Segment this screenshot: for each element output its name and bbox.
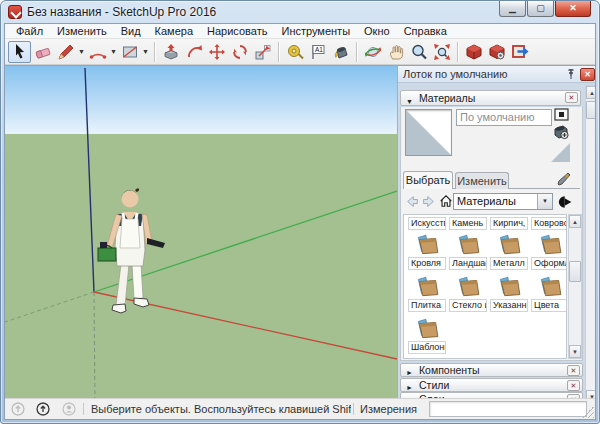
materials-close-button[interactable]: ✕ (565, 92, 578, 103)
status-message: Выберите объекты. Воспользуйтесь клавише… (91, 403, 351, 415)
secondary-pane-icon[interactable] (554, 108, 569, 121)
measurements-input[interactable] (429, 401, 587, 417)
shapes-tool-button[interactable] (118, 41, 141, 63)
folder-icon (455, 276, 481, 298)
styles-section-header[interactable]: ► Стили ✕ (400, 378, 583, 392)
category-roofing[interactable]: Кровля (408, 233, 446, 270)
menu-camera[interactable]: Камера (148, 24, 200, 38)
offset-tool-button[interactable] (182, 41, 205, 63)
material-name-field[interactable]: По умолчанию (456, 109, 552, 126)
tray-scrollbar[interactable]: ▲ ▼ (585, 85, 596, 404)
menu-file[interactable]: Файл (9, 24, 50, 38)
shapes-tool-dropdown[interactable]: ▼ (141, 41, 150, 63)
tab-select[interactable]: Выбрать (403, 171, 453, 189)
category-brick[interactable]: Кирпич, (490, 217, 528, 230)
tape-measure-icon (286, 43, 304, 61)
eyedropper-icon[interactable] (555, 172, 571, 188)
category-carpet[interactable]: Коврово (531, 217, 567, 230)
select-tool-button[interactable] (8, 41, 31, 63)
rotate-tool-button[interactable] (228, 41, 251, 63)
arcs-tool-dropdown[interactable]: ▼ (109, 41, 118, 63)
components-section-header[interactable]: ► Компоненты ✕ (400, 363, 583, 377)
move-tool-button[interactable] (205, 41, 228, 63)
minimize-button[interactable]: ▁ (499, 1, 526, 17)
orbit-tool-button[interactable] (361, 41, 384, 63)
materials-section-header[interactable]: ▼ Материалы ✕ (400, 90, 581, 106)
collapse-triangle-icon: ▼ (406, 95, 413, 109)
extension-warehouse-icon (488, 43, 506, 61)
menu-draw[interactable]: Нарисовать (200, 24, 274, 38)
resize-grip[interactable] (582, 406, 594, 418)
category-patterns[interactable]: Шаблоны (408, 317, 446, 354)
in-model-icon[interactable] (558, 194, 573, 210)
menu-help[interactable]: Справка (397, 24, 454, 38)
titlebar[interactable]: Без названия - SketchUp Pro 2016 ▁ ▢ ✕ (1, 1, 599, 23)
menu-edit[interactable]: Изменить (50, 24, 114, 38)
home-icon[interactable] (439, 194, 453, 208)
model-viewport[interactable] (5, 65, 397, 403)
arc-icon (89, 43, 107, 61)
text-tool-button[interactable]: A1 (306, 41, 329, 63)
send-to-layout-button[interactable] (508, 41, 531, 63)
pan-tool-button[interactable] (384, 41, 407, 63)
category-tile[interactable]: Плитка (408, 275, 446, 312)
scrollbar-thumb[interactable] (569, 261, 581, 282)
menu-window[interactable]: Окно (357, 24, 397, 38)
category-named-colors[interactable]: Указанн (490, 275, 528, 312)
materials-tabs: Выбрать Изменить (403, 171, 580, 189)
scale-tool-button[interactable] (251, 41, 274, 63)
category-trim[interactable]: Оформле (531, 233, 567, 270)
categories-scrollbar[interactable]: ▲ ▼ (568, 214, 582, 359)
eraser-tool-button[interactable] (31, 41, 54, 63)
category-metal[interactable]: Металл (490, 233, 528, 270)
category-colors[interactable]: Цвета (531, 275, 567, 312)
extension-warehouse-button[interactable] (485, 41, 508, 63)
menu-view[interactable]: Вид (114, 24, 148, 38)
tray-title[interactable]: Лоток по умолчанию ✕ (398, 66, 596, 83)
dropdown-arrow-icon[interactable]: ▼ (537, 194, 552, 209)
status-separator (83, 403, 84, 415)
folder-icon (414, 234, 440, 256)
category-landscaping[interactable]: Ландшаф (449, 233, 487, 270)
main-area: Лоток по умолчанию ✕ ▼ Материалы ✕ По ум… (5, 65, 595, 398)
arcs-tool-button[interactable] (86, 41, 109, 63)
tape-measure-tool-button[interactable] (283, 41, 306, 63)
maximize-button[interactable]: ▢ (527, 1, 554, 17)
3d-warehouse-button[interactable] (462, 41, 485, 63)
scroll-down-icon[interactable]: ▼ (569, 345, 581, 358)
create-material-icon[interactable] (552, 123, 570, 140)
paint-bucket-tool-button[interactable] (329, 41, 352, 63)
scroll-up-icon[interactable]: ▲ (569, 215, 581, 228)
zoom-tool-button[interactable] (407, 41, 430, 63)
signin-status-icon[interactable] (62, 402, 76, 416)
scroll-up-icon[interactable]: ▲ (586, 86, 596, 99)
styles-close-button[interactable]: ✕ (567, 380, 580, 391)
pin-icon[interactable] (565, 68, 577, 80)
category-stone[interactable]: Камень (449, 217, 487, 230)
category-glass[interactable]: Стекло и (449, 275, 487, 312)
geolocation-status-icon[interactable] (11, 402, 25, 416)
line-tool-button[interactable] (54, 41, 77, 63)
tray-close-button[interactable]: ✕ (580, 68, 595, 81)
close-button[interactable]: ✕ (555, 1, 591, 17)
push-pull-tool-button[interactable] (159, 41, 182, 63)
select-arrow-icon (11, 43, 29, 61)
3d-warehouse-icon (465, 43, 483, 61)
credit-status-icon[interactable] (36, 402, 50, 416)
line-tool-dropdown[interactable]: ▼ (77, 41, 86, 63)
back-arrow-icon[interactable] (406, 195, 419, 208)
window-title: Без названия - SketchUp Pro 2016 (27, 5, 216, 19)
menu-tools[interactable]: Инструменты (274, 24, 357, 38)
folder-icon (537, 276, 563, 298)
menu-bar: Файл Изменить Вид Камера Нарисовать Инст… (5, 24, 595, 39)
scrollbar-thumb[interactable] (586, 101, 596, 119)
components-close-button[interactable]: ✕ (567, 365, 580, 376)
orbit-icon (364, 43, 382, 61)
collection-dropdown[interactable]: Материалы ▼ (453, 193, 553, 210)
toolbar-separator (457, 42, 458, 62)
material-categories: Искусств Камень Кирпич, Коврово Кровля Л… (403, 214, 567, 359)
forward-arrow-icon[interactable] (422, 195, 435, 208)
zoom-extents-button[interactable] (430, 41, 453, 63)
category-artificial[interactable]: Искусств (408, 217, 446, 230)
tab-edit[interactable]: Изменить (455, 172, 509, 189)
